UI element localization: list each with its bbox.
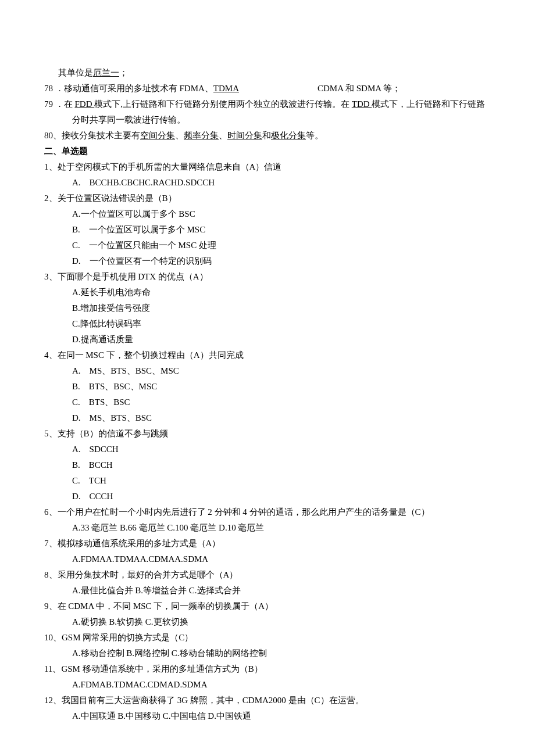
text: 分时共享同一载波进行传输。	[72, 115, 186, 124]
text: ．在	[53, 99, 75, 109]
item-number: 78	[44, 84, 53, 93]
question-10-stem: 10、GSM 网常采用的切换方式是（C）	[44, 630, 491, 646]
question-12-stem: 12、我国目前有三大运营商获得了 3G 牌照，其中，CDMA2000 是由（C）…	[44, 693, 491, 708]
question-2-option-d: D. 一个位置区有一个特定的识别码	[44, 253, 491, 269]
question-11-options: A.FDMAB.TDMAC.CDMAD.SDMA	[44, 677, 491, 693]
fill-line-78: 78 ．移动通信可采用的多址技术有 FDMA、TDMACDMA 和 SDMA 等…	[44, 81, 491, 96]
fill-line-77-cont: 其单位是厄兰一；	[44, 65, 491, 81]
question-10-options: A.移动台控制 B.网络控制 C.移动台辅助的网络控制	[44, 646, 491, 661]
question-3-option-d: D.提高通话质量	[44, 332, 491, 347]
question-5-option-c: C. TCH	[44, 473, 491, 489]
text: 80、接收分集技术主要有	[44, 131, 140, 140]
blank-answer: 极化分集	[271, 131, 306, 140]
question-2-option-c: C. 一个位置区只能由一个 MSC 处理	[44, 238, 491, 253]
fill-line-79: 79 ．在 FDD 模式下,上行链路和下行链路分别使用两个独立的载波进行传输。在…	[44, 96, 491, 112]
blank-answer: TDMA	[213, 84, 239, 93]
blank-answer: 厄兰一	[93, 68, 119, 77]
blank-answer: FDD	[75, 99, 95, 109]
question-3-stem: 3、下面哪个是手机使用 DTX 的优点（A）	[44, 269, 491, 285]
text: 模式下,上行链路和下行链路分别使用两个独立的载波进行传输。在	[94, 99, 352, 109]
question-4-option-d: D. MS、BTS、BSC	[44, 410, 491, 426]
blank-answer: 时间分集	[227, 131, 262, 140]
text: 其单位是	[58, 68, 93, 77]
question-1-options: A. BCCHB.CBCHC.RACHD.SDCCH	[44, 175, 491, 191]
question-3-option-a: A.延长手机电池寿命	[44, 285, 491, 300]
question-11-stem: 11、GSM 移动通信系统中，采用的多址通信方式为（B）	[44, 661, 491, 677]
question-4-option-b: B. BTS、BSC、MSC	[44, 379, 491, 395]
blank-answer: TDD	[352, 99, 372, 109]
question-3-option-c: C.降低比特误码率	[44, 316, 491, 332]
text: 、	[175, 131, 184, 140]
question-6-stem: 6、一个用户在忙时一个小时内先后进行了 2 分钟和 4 分钟的通话，那么此用户产…	[44, 504, 491, 520]
text: CDMA 和 SDMA 等；	[318, 84, 401, 93]
text: 模式下，上行链路和下行链路	[372, 99, 485, 109]
question-6-options: A.33 毫厄兰 B.66 毫厄兰 C.100 毫厄兰 D.10 毫厄兰	[44, 520, 491, 536]
question-1-stem: 1、处于空闲模式下的手机所需的大量网络信息来自（A）信道	[44, 159, 491, 175]
question-12-options: A.中国联通 B.中国移动 C.中国电信 D.中国铁通	[44, 708, 491, 724]
text: ；	[119, 68, 128, 77]
fill-line-80: 80、接收分集技术主要有空间分集、频率分集、时间分集和极化分集等。	[44, 128, 491, 144]
question-2-option-b: B. 一个位置区可以属于多个 MSC	[44, 222, 491, 238]
question-5-option-a: A. SDCCH	[44, 442, 491, 457]
text: ．移动通信可采用的多址技术有 FDMA、	[53, 84, 213, 93]
fill-line-79-cont: 分时共享同一载波进行传输。	[44, 112, 491, 128]
question-4-option-c: C. BTS、BSC	[44, 395, 491, 410]
blank-answer: 空间分集	[140, 131, 175, 140]
question-5-stem: 5、支持（B）的信道不参与跳频	[44, 426, 491, 442]
question-2-stem: 2、关于位置区说法错误的是（B）	[44, 191, 491, 206]
text: 等。	[306, 131, 323, 140]
item-number: 79	[44, 99, 53, 109]
question-2-option-a: A.一个位置区可以属于多个 BSC	[44, 206, 491, 222]
section-heading-2: 二、单选题	[44, 144, 491, 159]
question-7-options: A.FDMAA.TDMAA.CDMAA.SDMA	[44, 551, 491, 567]
question-4-stem: 4、在同一 MSC 下，整个切换过程由（A）共同完成	[44, 347, 491, 363]
question-9-options: A.硬切换 B.软切换 C.更软切换	[44, 614, 491, 630]
text: 、	[219, 131, 227, 140]
question-7-stem: 7、模拟移动通信系统采用的多址方式是（A）	[44, 536, 491, 551]
blank-answer: 频率分集	[184, 131, 219, 140]
question-5-option-d: D. CCCH	[44, 489, 491, 504]
question-8-options: A.最佳比值合并 B.等增益合并 C.选择式合并	[44, 583, 491, 599]
text: 和	[262, 131, 271, 140]
question-9-stem: 9、在 CDMA 中，不同 MSC 下，同一频率的切换属于（A）	[44, 599, 491, 614]
question-4-option-a: A. MS、BTS、BSC、MSC	[44, 363, 491, 379]
question-3-option-b: B.增加接受信号强度	[44, 300, 491, 316]
document-page: 其单位是厄兰一； 78 ．移动通信可采用的多址技术有 FDMA、TDMACDMA…	[0, 0, 535, 756]
question-5-option-b: B. BCCH	[44, 457, 491, 473]
question-8-stem: 8、采用分集技术时，最好的合并方式是哪个（A）	[44, 567, 491, 583]
